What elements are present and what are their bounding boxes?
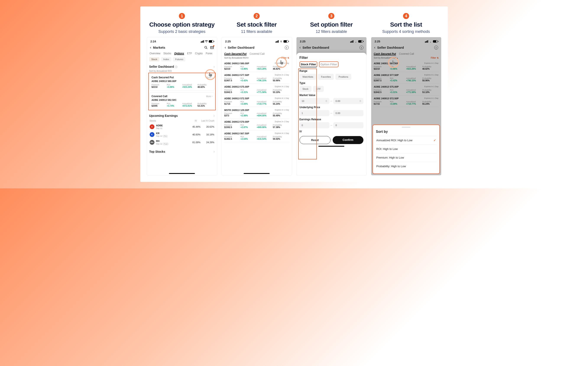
phone-screen-3: 2:25 ‹ Seller Dashboard i Filter Stock F	[296, 37, 367, 175]
earnings-row[interactable]: K KRSep 12Pre 40.83%16.18%	[149, 131, 215, 138]
tab-csp[interactable]: Cash Secured Put	[224, 52, 247, 55]
info-icon[interactable]: i	[434, 46, 438, 50]
info-icon[interactable]: ⓘ	[175, 66, 177, 68]
pill-futures[interactable]: Futures	[173, 57, 185, 61]
battery-icon	[284, 40, 288, 43]
filter-sheet-title: Filter	[300, 56, 363, 60]
status-bar: 2:25	[224, 39, 290, 44]
option-row[interactable]: ADBE 240913 570.00PExpires in 1 Day Prem…	[224, 119, 290, 130]
home-indicator	[318, 146, 344, 147]
inbox-icon[interactable]	[210, 46, 214, 50]
step-title: Set option filter	[310, 21, 353, 28]
earnings-from-input[interactable]: 0	[300, 122, 329, 128]
stock-logo-icon: RH	[150, 140, 154, 145]
sort-option[interactable]: Annualized ROI: High to Low✓	[376, 136, 437, 145]
tab-cc[interactable]: Covered Call	[249, 52, 264, 55]
pill-stock[interactable]: Stock	[149, 57, 160, 61]
battery-icon	[358, 40, 363, 43]
battery-icon	[433, 40, 438, 43]
tab-etf[interactable]: ETF	[187, 52, 192, 55]
sort-option[interactable]: Premium: High to Low	[376, 153, 437, 162]
price-from-input[interactable]: 1	[300, 110, 329, 116]
tab-overview[interactable]: Overview	[150, 52, 160, 55]
tutorial-canvas: 1 Choose option strategy Supports 2 basi…	[140, 7, 448, 182]
status-bar: 2:25	[373, 39, 439, 44]
option-row[interactable]: ADBE 240913 580.00PExpires in 1 Day Prem…	[224, 60, 290, 72]
signal-icon	[201, 40, 204, 43]
tab-stock-filter[interactable]: Stock Filter	[300, 61, 318, 67]
option-row[interactable]: ADBE 240913 567.50PExpires in 1 Day Prem…	[224, 130, 290, 142]
mv-from-input[interactable]: 10B	[300, 98, 329, 104]
chip-favorites[interactable]: Favorites	[318, 74, 334, 80]
strategy-card-csp[interactable]: Cash Secured PutMore › ADBE 240913 580.0…	[149, 74, 215, 91]
filter-button[interactable]: Filter ⇅	[281, 57, 289, 59]
option-row[interactable]: ADBE 240913 572.50PExpires in 1 Day Prem…	[373, 95, 439, 107]
chip-positions[interactable]: Positions	[335, 74, 351, 80]
back-icon[interactable]: ‹	[225, 45, 226, 50]
option-row[interactable]: ADBE 240913 575.00PExpires in 1 Day Prem…	[373, 84, 439, 95]
option-row[interactable]: ADBE 240913 575.00PExpires in 1 Day Prem…	[224, 84, 290, 95]
status-bar: 2:25	[299, 39, 364, 44]
stock-logo-icon: K	[150, 132, 154, 137]
sort-label[interactable]: Sort by Annualized ROI ▴	[374, 57, 398, 59]
home-indicator	[169, 173, 195, 174]
back-icon[interactable]: ‹	[300, 45, 301, 50]
step-title: Set stock filter	[237, 21, 277, 28]
chip-watchlists[interactable]: Watchlists	[300, 74, 316, 80]
option-row[interactable]: ADBE 240913 572.50PExpires in 1 Day Prem…	[224, 95, 290, 107]
wifi-icon	[280, 40, 283, 43]
filter-button[interactable]: Filter ⇅	[431, 57, 438, 59]
sort-option[interactable]: Probability: High to Low	[376, 162, 437, 170]
mv-to-input[interactable]: 0.00B	[333, 98, 363, 104]
top-stocks-header[interactable]: Top Stocks›	[149, 148, 215, 155]
tab-options[interactable]: Options	[174, 52, 184, 55]
step-column-4: 4 Sort the list Supports 4 sorting metho…	[371, 13, 441, 175]
option-row[interactable]: MSTR 240913 129.00PExpires in 1 Day Prem…	[224, 107, 290, 119]
strategy-tabs: Cash Secured Put Covered Call	[373, 51, 439, 56]
upcoming-earnings-header[interactable]: Upcoming Earnings›	[149, 113, 215, 119]
earnings-row[interactable]: A ADBESep 12 45.44%20.62%	[149, 123, 215, 131]
tab-stocks[interactable]: Stocks	[164, 52, 171, 55]
sort-label[interactable]: Sort by Annualized ROI ▾	[224, 57, 249, 59]
info-icon[interactable]: i	[285, 46, 289, 50]
sort-option[interactable]: ROI: High to Low	[376, 145, 437, 153]
confirm-button[interactable]: Confirm	[333, 136, 363, 144]
chip-etf[interactable]: ETF	[313, 86, 324, 92]
step-badge: 2	[254, 13, 260, 19]
option-row[interactable]: ADBE 240913 577.50PExpires in 1 Day Prem…	[224, 72, 290, 84]
sheet-handle-icon[interactable]	[402, 127, 410, 128]
option-row[interactable]: ADBE 240913 577.50PExpires in 1 Day Prem…	[373, 72, 439, 84]
step-column-2: 2 Set stock filter 11 filters available …	[222, 13, 292, 175]
option-row[interactable]: ADBE 240913 580.00PExpires in 1 Day Prem…	[373, 60, 439, 72]
status-time: 2:25	[225, 40, 231, 43]
strategy-tabs: Cash Secured Put Covered Call	[224, 51, 290, 56]
tab-cc[interactable]: Covered Call	[399, 52, 414, 55]
status-time: 2:24	[151, 40, 156, 43]
tab-csp[interactable]: Cash Secured Put	[374, 52, 396, 55]
back-icon[interactable]: ‹	[150, 45, 151, 50]
stock-logo-icon: A	[150, 124, 154, 129]
sort-label: Sort by Annualized ROI	[149, 70, 215, 72]
phone-screen-1: 2:24 ‹ Markets Overview Sto	[147, 37, 217, 175]
earnings-to-input[interactable]: 0	[333, 122, 363, 128]
option-subtabs: Stock Index Futures	[149, 56, 215, 64]
reset-button[interactable]: Reset	[300, 136, 331, 144]
svg-line-1	[207, 48, 207, 49]
price-to-input[interactable]: 0.00	[333, 110, 363, 116]
chip-stock[interactable]: Stock	[300, 86, 312, 92]
pill-index[interactable]: Index	[161, 57, 171, 61]
tab-forex[interactable]: Forex	[206, 52, 213, 55]
back-icon[interactable]: ‹	[374, 45, 375, 50]
tab-crypto[interactable]: Crypto	[195, 52, 203, 55]
step-subtitle: Supports 4 sorting methods	[382, 30, 430, 34]
info-icon[interactable]: i	[359, 46, 363, 50]
nav-bar: ‹ Seller Dashboard i	[299, 44, 364, 51]
seller-dashboard-header[interactable]: Seller Dashboard ⓘ ›	[149, 64, 215, 70]
battery-icon	[209, 40, 214, 43]
tab-option-filter[interactable]: Option Filter	[319, 61, 338, 67]
search-icon[interactable]	[204, 46, 208, 50]
earnings-row[interactable]: RH RHSep 12Post 81.09%24.28%	[149, 138, 215, 146]
svg-point-0	[205, 46, 207, 48]
strategy-card-cc[interactable]: Covered CallMore › ADBE 240913 582.50C P…	[149, 92, 215, 109]
step-title: Sort the list	[390, 21, 422, 28]
